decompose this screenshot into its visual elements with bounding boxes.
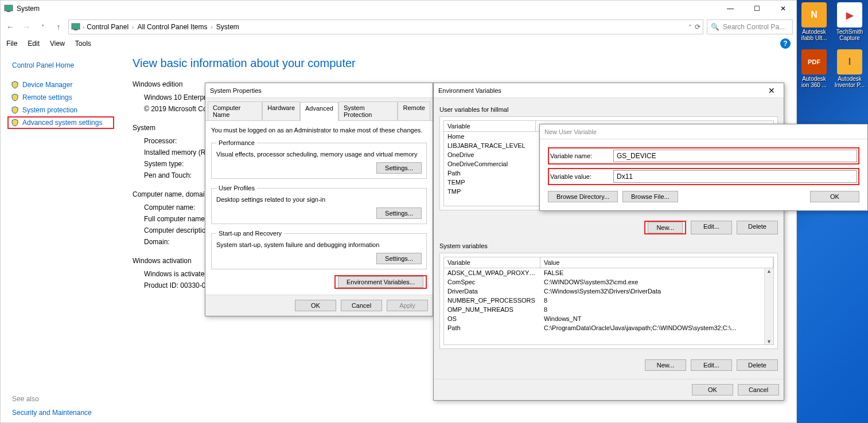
tab-hardware[interactable]: Hardware	[262, 101, 300, 120]
scroll-down-icon[interactable]: ▼	[766, 339, 772, 344]
variable-name-row: Variable name:	[548, 147, 859, 164]
breadcrumb-item[interactable]: Control Panel	[87, 23, 129, 31]
dialog-titlebar: New User Variable	[540, 124, 867, 139]
desktop-icon[interactable]: N Autodesk ifabb Ult...	[798, 2, 830, 41]
ok-button[interactable]: OK	[692, 384, 733, 395]
group-desc: System start-up, system failure and debu…	[216, 241, 422, 248]
cancel-button[interactable]: Cancel	[738, 384, 779, 395]
user-profiles-group: User Profiles Desktop settings related t…	[211, 185, 427, 224]
menu-edit[interactable]: Edit	[28, 40, 40, 48]
user-edit-button[interactable]: Edit...	[691, 221, 732, 234]
desktop-icon[interactable]: I Autodesk Inventor P...	[834, 49, 866, 88]
user-vars-label: User variables for hillmal	[439, 106, 778, 113]
chevron-down-icon[interactable]: ˅	[688, 24, 691, 30]
see-also-label: See also	[12, 395, 114, 403]
svg-rect-0	[5, 5, 13, 11]
app-icon: ▶	[837, 2, 862, 28]
scrollbar[interactable]: ▲▼	[764, 268, 773, 344]
close-icon[interactable]: ✕	[764, 86, 779, 95]
refresh-icon[interactable]: ⟳	[695, 23, 700, 31]
tab-computer-name[interactable]: Computer Name	[208, 101, 262, 120]
tab-advanced[interactable]: Advanced	[300, 102, 338, 121]
back-button[interactable]: ←	[4, 21, 17, 33]
user-new-button[interactable]: New...	[648, 222, 683, 233]
up-button[interactable]: ↑	[52, 21, 65, 33]
list-item[interactable]: OMP_NUM_THREADS8	[444, 305, 773, 314]
forward-button[interactable]: →	[20, 21, 33, 33]
list-item[interactable]: PathC:\ProgramData\Oracle\Java\javapath;…	[444, 323, 773, 332]
address-bar[interactable]: › Control Panel› All Control Panel Items…	[68, 19, 703, 34]
performance-settings-button[interactable]: Settings...	[376, 162, 422, 174]
breadcrumb-item[interactable]: All Control Panel Items	[137, 23, 207, 31]
sys-delete-button[interactable]: Delete	[737, 359, 778, 371]
sys-vars-list: Variable Value ADSK_CLM_WPAD_PROXY_...FA…	[439, 253, 778, 349]
sidebar: Control Panel Home Device Manager Remote…	[1, 50, 121, 422]
ok-button[interactable]: OK	[810, 191, 859, 202]
variable-name-label: Variable name:	[550, 152, 613, 159]
tab-remote[interactable]: Remote	[398, 101, 430, 120]
sidebar-item-advanced-system-settings[interactable]: Advanced system settings	[7, 116, 114, 129]
new-user-variable-dialog: New User Variable Variable name: Variabl…	[539, 124, 868, 211]
sys-vars-label: System variables	[439, 242, 778, 249]
svg-rect-2	[72, 23, 80, 29]
shield-icon	[11, 106, 19, 114]
list-item[interactable]: ComSpecC:\WINDOWS\system32\cmd.exe	[444, 277, 773, 287]
list-item[interactable]: OSWindows_NT	[444, 314, 773, 323]
user-delete-button[interactable]: Delete	[737, 221, 778, 234]
list-item[interactable]: DriverDataC:\Windows\System32\Drivers\Dr…	[444, 287, 773, 296]
sidebar-see-also-link[interactable]: Security and Maintenance	[7, 406, 114, 419]
sidebar-item-label: System protection	[22, 106, 77, 114]
browse-directory-button[interactable]: Browse Directory...	[548, 191, 618, 202]
sidebar-item-label: Advanced system settings	[22, 119, 102, 127]
menubar: File Edit View Tools ?	[1, 37, 796, 50]
nav-toolbar: ← → ˅ ↑ › Control Panel› All Control Pan…	[1, 17, 796, 37]
group-desc: Desktop settings related to your sign-in	[216, 196, 422, 203]
sidebar-item-device-manager[interactable]: Device Manager	[7, 79, 114, 91]
col-value[interactable]: Value	[540, 257, 773, 268]
tab-system-protection[interactable]: System Protection	[338, 101, 398, 120]
list-header: Variable Value	[443, 257, 774, 268]
col-variable[interactable]: Variable	[444, 121, 536, 131]
breadcrumb-item[interactable]: System	[216, 23, 239, 31]
desktop-icon[interactable]: PDF Autodesk ion 360 ...	[798, 49, 830, 88]
close-button[interactable]: ✕	[770, 1, 796, 17]
menu-view[interactable]: View	[50, 40, 65, 48]
control-panel-home-link[interactable]: Control Panel Home	[12, 61, 114, 69]
sys-new-button[interactable]: New...	[645, 359, 686, 371]
ok-button[interactable]: OK	[295, 300, 336, 311]
shield-icon	[11, 119, 19, 127]
dialog-title: Environment Variables	[438, 87, 764, 94]
sys-edit-button[interactable]: Edit...	[691, 359, 732, 371]
system-properties-dialog: System Properties Computer Name Hardware…	[205, 83, 433, 316]
menu-tools[interactable]: Tools	[75, 40, 91, 48]
help-icon[interactable]: ?	[780, 38, 791, 49]
list-item[interactable]: NUMBER_OF_PROCESSORS8	[444, 296, 773, 305]
profiles-settings-button[interactable]: Settings...	[376, 207, 422, 219]
group-legend: User Profiles	[216, 185, 257, 191]
sidebar-item-system-protection[interactable]: System protection	[7, 104, 114, 116]
variable-name-input[interactable]	[613, 150, 857, 162]
maximize-button[interactable]: ☐	[744, 1, 770, 17]
icon-label: Autodesk ifabb Ult...	[798, 29, 830, 41]
list-item[interactable]: ADSK_CLM_WPAD_PROXY_...FALSE	[444, 268, 773, 277]
sidebar-item-remote-settings[interactable]: Remote settings	[7, 91, 114, 104]
cancel-button[interactable]: Cancel	[341, 300, 382, 311]
browse-file-button[interactable]: Browse File...	[622, 191, 678, 202]
startup-settings-button[interactable]: Settings...	[376, 253, 422, 264]
search-input[interactable]: 🔍 Search Control Pa...	[707, 19, 793, 34]
variable-value-input[interactable]	[613, 170, 857, 183]
icon-label: Autodesk Inventor P...	[834, 76, 866, 88]
minimize-button[interactable]: —	[717, 1, 744, 17]
recent-dropdown[interactable]: ˅	[36, 21, 49, 33]
chevron-right-icon: ›	[211, 24, 212, 30]
desktop-icon[interactable]: ▶ TechSmith Capture	[834, 2, 866, 41]
shield-icon	[11, 81, 19, 89]
col-variable[interactable]: Variable	[444, 257, 540, 268]
scroll-up-icon[interactable]: ▲	[766, 268, 772, 274]
menu-file[interactable]: File	[6, 40, 17, 48]
environment-variables-button[interactable]: Environment Variables...	[338, 276, 423, 288]
startup-recovery-group: Start-up and Recovery System start-up, s…	[211, 230, 427, 269]
svg-rect-1	[7, 11, 10, 12]
list-body[interactable]: ADSK_CLM_WPAD_PROXY_...FALSE ComSpecC:\W…	[443, 268, 774, 345]
apply-button[interactable]: Apply	[387, 300, 428, 311]
